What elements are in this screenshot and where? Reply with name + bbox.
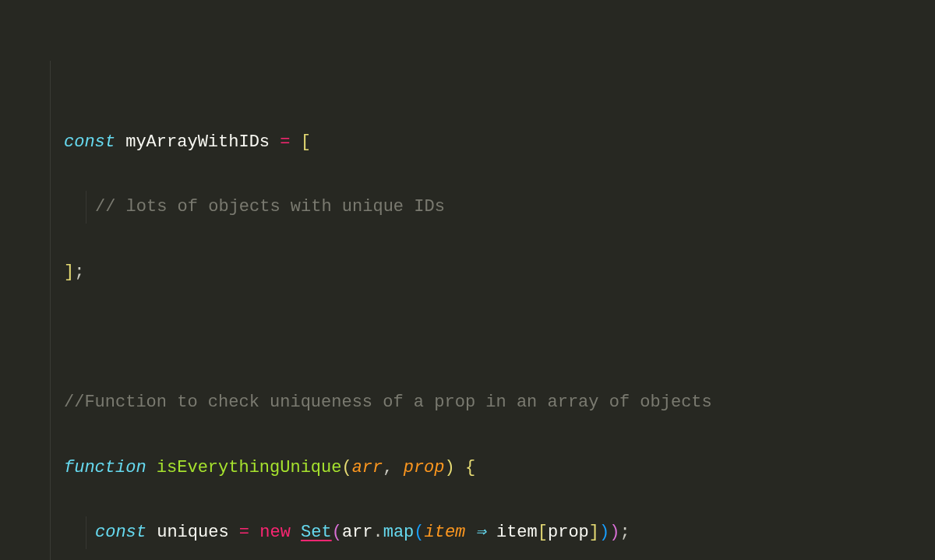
keyword-const: const	[64, 132, 115, 152]
bracket-close: ]	[589, 523, 599, 542]
param: item	[425, 523, 466, 542]
code-line: const uniques = new Set(arr.map(item ⇒ i…	[50, 516, 935, 549]
code-line: function isEverythingUnique(arr, prop) {	[50, 452, 935, 484]
blank-line	[50, 321, 935, 354]
paren-close: )	[445, 458, 455, 477]
paren-open: (	[332, 523, 342, 542]
paren-close: )	[599, 523, 609, 542]
keyword-const: const	[95, 523, 146, 542]
bracket-open: [	[301, 132, 311, 152]
method-map: map	[383, 523, 415, 542]
identifier: myArrayWithIDs	[125, 132, 270, 152]
class-set: Set	[301, 523, 332, 542]
operator-eq: =	[280, 132, 290, 152]
operator-eq: =	[239, 523, 249, 542]
identifier: arr	[342, 523, 373, 542]
param: prop	[404, 458, 445, 477]
paren-open: (	[414, 523, 424, 542]
comment: // lots of objects with unique IDs	[95, 197, 445, 217]
bracket-open: [	[538, 523, 548, 542]
arrow: ⇒	[476, 523, 486, 542]
comma: ,	[383, 458, 393, 477]
paren-open: (	[341, 458, 351, 477]
identifier: uniques	[157, 523, 228, 542]
identifier: item	[496, 523, 538, 542]
function-name: isEverythingUnique	[157, 458, 342, 477]
semicolon: ;	[619, 523, 630, 542]
identifier: prop	[548, 523, 589, 542]
code-line: //Function to check uniqueness of a prop…	[50, 386, 935, 419]
keyword-new: new	[259, 523, 291, 542]
code-line: // lots of objects with unique IDs	[50, 191, 935, 224]
code-block: const myArrayWithIDs = [ // lots of obje…	[0, 0, 935, 560]
dot: .	[372, 523, 383, 542]
bracket-close: ]	[64, 262, 74, 282]
brace-open: {	[465, 458, 475, 477]
code-line: ];	[50, 256, 935, 289]
keyword-function: function	[64, 458, 146, 477]
code-line: const myArrayWithIDs = [	[50, 126, 935, 159]
semicolon: ;	[74, 262, 84, 282]
comment: //Function to check uniqueness of a prop…	[64, 393, 712, 412]
param: arr	[352, 458, 383, 477]
paren-close: )	[609, 523, 619, 542]
